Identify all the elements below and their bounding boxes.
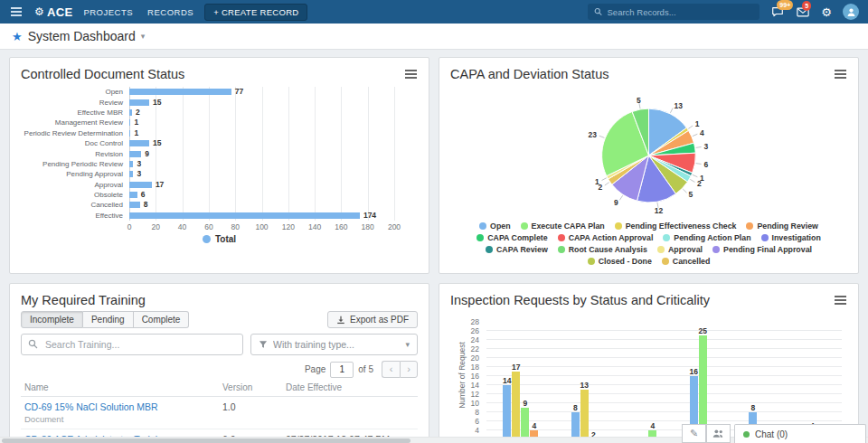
bar[interactable] xyxy=(129,89,231,95)
pie-value-label: 4 xyxy=(700,128,704,137)
bar[interactable] xyxy=(129,109,132,116)
scrollbar-thumb[interactable] xyxy=(2,438,410,443)
value-label: 17 xyxy=(156,181,164,189)
legend-item[interactable]: Pending Action Plan xyxy=(663,233,750,242)
legend-item[interactable]: Pending Effectiveness Check xyxy=(615,222,737,231)
chart-context-menu-icon[interactable] xyxy=(834,293,847,307)
legend-item[interactable]: Approval xyxy=(657,245,703,254)
bar-row: Management Review1 xyxy=(21,118,418,127)
legend-item[interactable]: Investigation xyxy=(761,233,821,242)
column-bar[interactable]: 14 xyxy=(503,385,511,443)
pie-value-label: 5 xyxy=(689,190,693,199)
x-axis-tick-label: 40 xyxy=(178,222,186,231)
x-axis-tick-label: 80 xyxy=(231,222,239,231)
user-avatar[interactable] xyxy=(843,4,859,20)
value-label: 77 xyxy=(235,88,243,96)
tab-pending[interactable]: Pending xyxy=(83,311,134,328)
bar[interactable] xyxy=(129,202,140,208)
legend-label: Execute CAPA Plan xyxy=(532,222,605,231)
y-axis-tick-label: 4 xyxy=(456,426,479,435)
y-axis-tick-label: 20 xyxy=(456,353,479,363)
messages-icon[interactable]: 99+ xyxy=(770,6,785,18)
y-axis-tick-label: 26 xyxy=(456,326,479,335)
pie-label-connector xyxy=(693,174,697,176)
page-label: Page xyxy=(305,364,326,374)
tab-complete[interactable]: Complete xyxy=(134,311,190,328)
training-record-link[interactable]: CD-69 15% NaCl Solution MBR xyxy=(24,401,215,412)
category-label: Approval xyxy=(21,181,129,189)
bar[interactable] xyxy=(129,171,133,177)
pie-label-connector xyxy=(602,178,607,181)
bar[interactable] xyxy=(129,140,149,146)
x-axis-tick-label: 140 xyxy=(308,222,321,231)
y-axis-tick-label: 12 xyxy=(456,390,479,399)
prev-page-button[interactable]: ‹ xyxy=(382,361,400,378)
contacts-button[interactable] xyxy=(706,424,731,443)
pie-label-connector xyxy=(619,195,622,200)
legend-item[interactable]: Pending Review xyxy=(746,222,817,231)
y-axis-tick-label: 6 xyxy=(456,417,479,426)
app-logo[interactable]: ⚙ ACE xyxy=(34,5,72,19)
legend-item[interactable]: Pending Final Approval xyxy=(712,245,812,254)
legend-item[interactable]: CAPA Action Approval xyxy=(558,233,654,242)
legend-item[interactable]: Cancelled xyxy=(662,257,711,266)
legend-dot xyxy=(662,258,669,265)
column-bar[interactable]: 13 xyxy=(580,390,589,443)
legend-item[interactable]: Closed - Done xyxy=(588,257,652,266)
column-bar[interactable]: 17 xyxy=(512,372,520,443)
bar[interactable] xyxy=(129,151,141,157)
legend-item[interactable]: Execute CAPA Plan xyxy=(521,222,605,231)
tab-incomplete[interactable]: Incomplete xyxy=(21,311,83,328)
chart-legend[interactable]: Total xyxy=(21,234,418,244)
page-number-input[interactable] xyxy=(330,362,354,378)
favorite-star-icon[interactable]: ★ xyxy=(12,31,23,42)
next-page-button[interactable]: › xyxy=(400,361,418,378)
legend-label: Total xyxy=(215,234,236,244)
legend-item[interactable]: Root Cause Analysis xyxy=(558,245,647,254)
training-search-input[interactable] xyxy=(21,334,243,355)
export-pdf-button[interactable]: Export as PDF xyxy=(327,311,418,328)
dashboard-caret-icon[interactable]: ▾ xyxy=(141,32,146,41)
bar[interactable] xyxy=(129,182,152,188)
create-record-button[interactable]: + CREATE RECORD xyxy=(204,4,307,21)
training-type-value: With training type... xyxy=(273,339,400,350)
chart-context-menu-icon[interactable] xyxy=(834,67,847,81)
hamburger-menu-icon[interactable] xyxy=(9,5,24,18)
nav-projects[interactable]: PROJECTS xyxy=(83,7,133,17)
bar[interactable] xyxy=(129,161,133,167)
chat-widget[interactable]: Chat (0) xyxy=(734,424,866,443)
column-header-name: Name xyxy=(21,380,219,397)
pie-value-label: 6 xyxy=(704,160,709,169)
category-label: Effective xyxy=(21,212,129,220)
value-label: 9 xyxy=(145,150,149,158)
chat-label: Chat (0) xyxy=(755,429,788,439)
search-records-input[interactable] xyxy=(608,7,754,17)
edit-pencil-button[interactable]: ✎ xyxy=(682,424,706,443)
bar-track: 1 xyxy=(129,130,394,137)
legend-label: Approval xyxy=(668,245,703,254)
record-type-label: Document xyxy=(24,414,215,424)
settings-gear-icon[interactable]: ⚙ xyxy=(821,6,832,18)
training-pagination: Page of 5 ‹ › xyxy=(21,361,418,378)
bar-row: Approval17 xyxy=(21,180,418,190)
bar[interactable] xyxy=(129,119,130,126)
training-search-box[interactable] xyxy=(21,334,243,355)
training-type-dropdown[interactable]: With training type... ▾ xyxy=(250,334,418,355)
legend-item[interactable]: Open xyxy=(479,222,510,231)
legend-item[interactable]: CAPA Complete xyxy=(476,233,547,242)
nav-records[interactable]: RECORDS xyxy=(147,7,193,17)
bar[interactable] xyxy=(129,99,149,106)
y-axis-tick-label: 8 xyxy=(456,408,479,417)
legend-item[interactable]: CAPA Review xyxy=(486,245,548,254)
mail-icon[interactable]: 5 xyxy=(796,7,810,17)
bar[interactable] xyxy=(129,192,137,198)
search-records-box[interactable] xyxy=(588,4,760,20)
chart-context-menu-icon[interactable] xyxy=(404,67,418,81)
pie-value-label: 1 xyxy=(595,177,599,186)
legend-dot xyxy=(761,234,769,241)
bar[interactable] xyxy=(129,130,130,137)
quick-action-buttons: ✎ xyxy=(682,424,731,443)
legend-dot xyxy=(615,222,622,230)
dashboard-grid: Controlled Document Status Open77Review1… xyxy=(0,50,868,443)
bar[interactable] xyxy=(129,212,360,219)
